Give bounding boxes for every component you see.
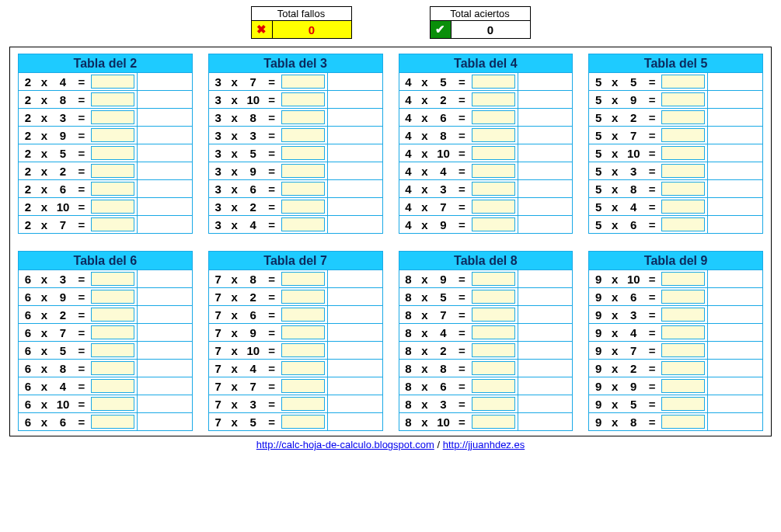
fail-score-title: Total fallos [251,6,352,21]
answer-input[interactable] [472,325,515,339]
answer-input[interactable] [281,290,325,304]
tabla-title: Tabla del 6 [19,252,192,269]
table-row: 3x8= [209,108,382,126]
answer-input[interactable] [661,217,705,231]
footer-link-2[interactable]: http://jjuanhdez.es [443,439,525,450]
answer-input[interactable] [91,308,134,322]
answer-input[interactable] [661,308,705,322]
operator: x [418,416,432,429]
answer-input[interactable] [472,200,515,214]
operator: x [37,416,51,429]
operator: x [228,326,242,339]
table-row: 7x3= [209,395,382,412]
answer-input[interactable] [472,146,515,160]
answer-input[interactable] [281,110,325,124]
tabla-title: Tabla del 5 [589,54,762,72]
answer-input[interactable] [472,164,515,178]
answer-input[interactable] [472,110,515,124]
operand-b: 5 [242,147,265,160]
answer-input[interactable] [91,361,134,375]
answer-input[interactable] [91,110,134,124]
operand-a: 2 [19,129,37,142]
answer-input[interactable] [281,75,325,89]
operand-b: 9 [242,326,265,339]
answer-input[interactable] [472,343,515,357]
answer-input[interactable] [661,110,705,124]
answer-input[interactable] [91,397,134,411]
answer-input[interactable] [472,361,515,375]
operand-b: 7 [432,308,455,322]
operand-a: 7 [209,290,228,304]
answer-input[interactable] [661,146,705,160]
answer-input[interactable] [661,343,705,357]
answer-input[interactable] [91,200,134,214]
answer-input[interactable] [281,361,325,375]
answer-input[interactable] [281,128,325,142]
answer-input[interactable] [91,128,134,142]
answer-input[interactable] [661,128,705,142]
answer-input[interactable] [661,182,705,196]
answer-input[interactable] [661,361,705,375]
answer-input[interactable] [472,415,515,429]
table-row: 8x2= [399,341,573,359]
answer-input[interactable] [472,379,515,393]
equals: = [75,218,89,231]
answer-input[interactable] [91,290,134,304]
answer-input[interactable] [661,415,705,429]
answer-input[interactable] [281,343,325,357]
answer-input[interactable] [281,92,325,106]
answer-input[interactable] [472,217,515,231]
operand-a: 9 [589,398,608,411]
answer-input[interactable] [472,182,515,196]
answer-input[interactable] [661,290,705,304]
answer-input[interactable] [91,325,134,339]
answer-input[interactable] [472,397,515,411]
operator: x [228,111,242,124]
answer-input[interactable] [472,290,515,304]
answer-input[interactable] [281,415,325,429]
answer-input[interactable] [91,92,134,106]
operand-a: 8 [399,362,418,375]
answer-input[interactable] [661,92,705,106]
answer-input[interactable] [661,325,705,339]
answer-input[interactable] [281,308,325,322]
answer-input[interactable] [91,343,134,357]
operator: x [418,111,432,124]
answer-input[interactable] [661,200,705,214]
answer-input[interactable] [281,146,325,160]
answer-input[interactable] [281,379,325,393]
answer-input[interactable] [472,272,515,286]
equals: = [455,111,469,124]
answer-input[interactable] [472,308,515,322]
operand-a: 6 [19,344,37,357]
answer-input[interactable] [281,325,325,339]
answer-input[interactable] [281,164,325,178]
check-icon: ✔ [431,21,452,38]
equals: = [645,218,659,231]
equals: = [265,111,279,124]
answer-input[interactable] [281,182,325,196]
answer-input[interactable] [661,75,705,89]
answer-input[interactable] [91,75,134,89]
answer-input[interactable] [91,182,134,196]
answer-input[interactable] [472,75,515,89]
answer-input[interactable] [281,272,325,286]
answer-input[interactable] [661,379,705,393]
answer-input[interactable] [472,92,515,106]
answer-input[interactable] [661,164,705,178]
answer-input[interactable] [91,164,134,178]
answer-input[interactable] [91,379,134,393]
answer-input[interactable] [91,217,134,231]
footer-link-1[interactable]: http://calc-hoja-de-calculo.blogspot.com [256,439,434,450]
operand-b: 5 [242,416,265,429]
answer-input[interactable] [91,272,134,286]
answer-input[interactable] [281,397,325,411]
answer-input[interactable] [281,200,325,214]
answer-input[interactable] [661,397,705,411]
operator: x [37,200,51,214]
answer-input[interactable] [472,128,515,142]
answer-input[interactable] [281,217,325,231]
answer-input[interactable] [91,415,134,429]
answer-input[interactable] [91,146,134,160]
answer-input[interactable] [661,272,705,286]
